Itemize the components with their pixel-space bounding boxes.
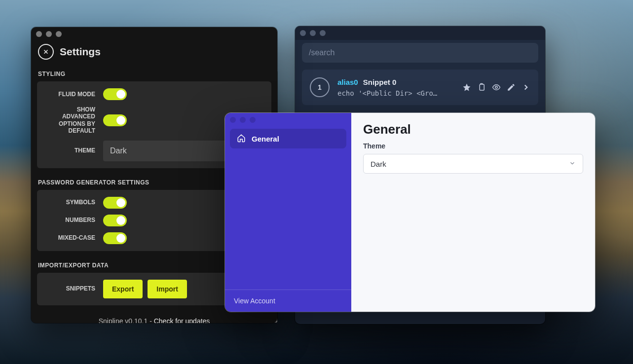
general-settings-modal: General View Account General Theme Dark: [225, 113, 595, 312]
svg-point-1: [495, 86, 498, 89]
modal-heading: General: [363, 122, 583, 137]
advanced-options-toggle[interactable]: [103, 114, 127, 126]
theme-label: THEME: [44, 147, 103, 154]
traffic-min-icon[interactable]: [310, 30, 316, 36]
snippet-name: Snippet 0: [363, 78, 397, 86]
modal-sidebar: General View Account: [225, 113, 351, 312]
sidebar-item-general[interactable]: General: [230, 129, 346, 148]
window-controls: [31, 27, 277, 41]
eye-icon[interactable]: [492, 83, 501, 92]
home-icon: [237, 134, 246, 144]
traffic-max-icon[interactable]: [250, 117, 256, 123]
traffic-min-icon[interactable]: [46, 31, 52, 37]
modal-theme-value: Dark: [371, 160, 386, 168]
pencil-icon[interactable]: [507, 83, 516, 92]
snippet-alias: alias0: [337, 78, 358, 86]
window-controls: [295, 26, 545, 40]
settings-title: Settings: [60, 46, 101, 58]
version-text: Snipline v0.10.1 -: [99, 317, 154, 323]
traffic-close-icon[interactable]: [230, 117, 236, 123]
chevron-right-icon[interactable]: [521, 83, 530, 92]
settings-header: Settings: [31, 41, 277, 68]
advanced-options-label: SHOW ADVANCED OPTIONS BY DEFAULT: [44, 106, 103, 135]
search-input[interactable]: /search: [302, 43, 538, 63]
chevron-down-icon: [569, 160, 576, 168]
settings-footer: Snipline v0.10.1 - Check for updates: [37, 313, 271, 323]
mixed-case-label: MIXED-CASE: [44, 234, 103, 241]
svg-rect-0: [480, 84, 484, 90]
symbols-toggle[interactable]: [103, 197, 127, 209]
check-updates-link[interactable]: Check for updates: [154, 317, 210, 323]
theme-value: Dark: [110, 146, 127, 155]
snippet-card[interactable]: 1 alias0 Snippet 0 echo '<Public Dir> <G…: [302, 70, 538, 105]
fluid-mode-label: FLUID MODE: [44, 91, 103, 98]
modal-theme-label: Theme: [363, 142, 583, 150]
snippet-card-main: alias0 Snippet 0 echo '<Public Dir> <Gro…: [337, 78, 454, 97]
numbers-toggle[interactable]: [103, 215, 127, 226]
traffic-close-icon[interactable]: [300, 30, 306, 36]
traffic-min-icon[interactable]: [240, 117, 246, 123]
snippet-code-preview: echo '<Public Dir> <Gro…: [337, 89, 454, 97]
window-controls: [225, 113, 351, 127]
traffic-close-icon[interactable]: [36, 31, 42, 37]
snippet-number-badge: 1: [310, 77, 330, 97]
star-icon[interactable]: [462, 83, 471, 92]
mixed-case-toggle[interactable]: [103, 232, 127, 244]
symbols-label: SYMBOLS: [44, 199, 103, 206]
modal-theme-select[interactable]: Dark: [363, 154, 583, 174]
sidebar-item-label: General: [252, 135, 279, 143]
import-button[interactable]: Import: [148, 280, 187, 298]
search-placeholder: /search: [309, 48, 335, 57]
traffic-max-icon[interactable]: [56, 31, 62, 37]
close-settings-button[interactable]: [38, 44, 54, 60]
section-heading-styling: STYLING: [37, 68, 271, 81]
clipboard-icon[interactable]: [477, 83, 486, 92]
snippet-actions: [462, 83, 530, 92]
view-account-link[interactable]: View Account: [225, 290, 351, 312]
snippets-label: SNIPPETS: [44, 285, 103, 292]
numbers-label: NUMBERS: [44, 217, 103, 223]
export-button[interactable]: Export: [103, 280, 143, 298]
fluid-mode-toggle[interactable]: [103, 88, 127, 100]
traffic-max-icon[interactable]: [320, 30, 326, 36]
modal-content: General Theme Dark: [351, 113, 595, 312]
